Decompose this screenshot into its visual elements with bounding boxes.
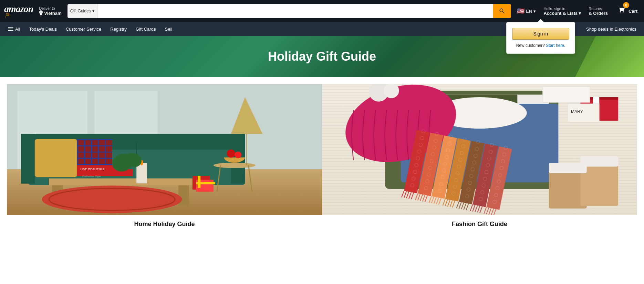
search-category-label: Gift Guides bbox=[70, 9, 91, 13]
account-chevron-icon: ▾ bbox=[579, 11, 581, 16]
signin-button[interactable]: Sign in bbox=[512, 28, 569, 40]
deliver-location: Vietnam bbox=[39, 10, 61, 16]
cart-label: Cart bbox=[629, 9, 637, 14]
product-card-home: Home Holiday Guide bbox=[7, 84, 322, 229]
nav-customer-service[interactable]: Customer Service bbox=[62, 24, 105, 34]
search-category-dropdown[interactable]: Gift Guides ▾ bbox=[67, 4, 97, 18]
language-selector[interactable]: 🇺🇸 EN ▾ bbox=[515, 6, 538, 17]
header-right: 🇺🇸 EN ▾ Hello, sign in Account & Lists ▾… bbox=[515, 2, 640, 20]
start-here-link[interactable]: Start here. bbox=[546, 43, 565, 48]
hero-title: Holiday Gift Guide bbox=[268, 49, 376, 64]
search-bar: Gift Guides ▾ bbox=[67, 4, 511, 18]
search-button[interactable] bbox=[493, 4, 511, 18]
svg-point-0 bbox=[620, 11, 621, 13]
location-icon bbox=[39, 10, 43, 16]
svg-point-1 bbox=[623, 11, 624, 13]
nav-todays-deals[interactable]: Today's Deals bbox=[25, 24, 61, 34]
language-label: EN bbox=[526, 9, 532, 14]
fashion-caption: Fashion Gift Guide bbox=[322, 216, 637, 229]
amazon-logo[interactable]: amazon ⼾ bbox=[4, 3, 33, 19]
signin-dropdown: Sign in New customer? Start here. bbox=[506, 22, 575, 54]
hello-text: Hello, sign in bbox=[543, 7, 581, 11]
new-customer-text: New customer? Start here. bbox=[512, 43, 569, 48]
home-caption: Home Holiday Guide bbox=[7, 216, 322, 229]
header: amazon ⼾ Deliver to Vietnam Gift Guides … bbox=[0, 0, 644, 22]
nav-sell[interactable]: Sell bbox=[161, 24, 176, 34]
fashion-gift-image[interactable] bbox=[322, 84, 637, 215]
deliver-label: Deliver to bbox=[39, 6, 61, 10]
lang-chevron-icon: ▾ bbox=[533, 9, 536, 14]
search-input[interactable] bbox=[97, 4, 494, 18]
cart-count: 0 bbox=[623, 2, 629, 8]
cart-section[interactable]: 0 Cart bbox=[613, 2, 640, 20]
cart-icon-wrap: 0 bbox=[615, 4, 628, 18]
returns-section[interactable]: Returns & Orders bbox=[586, 5, 610, 18]
product-grid: Home Holiday Guide Fashion Gift Guide bbox=[0, 77, 644, 229]
home-holiday-image[interactable] bbox=[7, 84, 322, 215]
orders-link: & Orders bbox=[589, 11, 608, 16]
hamburger-icon bbox=[8, 27, 13, 31]
returns-label: Returns bbox=[589, 7, 608, 11]
flag-icon: 🇺🇸 bbox=[517, 7, 524, 15]
account-link: Account & Lists ▾ bbox=[543, 11, 581, 16]
chevron-down-icon: ▾ bbox=[92, 9, 94, 13]
account-section[interactable]: Hello, sign in Account & Lists ▾ bbox=[541, 5, 583, 18]
deliver-to[interactable]: Deliver to Vietnam bbox=[37, 4, 64, 18]
product-card-fashion: Fashion Gift Guide bbox=[322, 84, 637, 229]
nav-registry[interactable]: Registry bbox=[106, 24, 131, 34]
nav-gift-cards[interactable]: Gift Cards bbox=[132, 24, 160, 34]
search-icon bbox=[499, 8, 506, 14]
nav-all-button[interactable]: All bbox=[4, 24, 24, 34]
